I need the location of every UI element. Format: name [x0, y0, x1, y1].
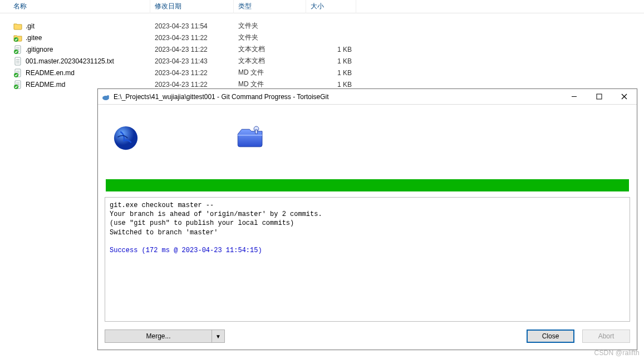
file-row[interactable]: .gitee 2023-04-23 11:22 文件夹	[0, 32, 644, 43]
dialog-title: E:\_Projects\41_wujiajia\gittest001 - Gi…	[114, 93, 562, 101]
watermark: CSDN @ralifth	[594, 349, 640, 357]
minimize-button[interactable]	[562, 89, 587, 105]
close-window-button[interactable]	[612, 89, 637, 105]
git-progress-dialog: E:\_Projects\41_wujiajia\gittest001 - Gi…	[97, 88, 637, 350]
col-header-type[interactable]: 类型	[234, 0, 306, 13]
explorer-panel: 名称 修改日期 类型 大小 .git 2023-04-23 11:54 文件夹 …	[0, 0, 644, 90]
file-row[interactable]: README.en.md 2023-04-23 11:22 MD 文件 1 KB	[0, 67, 644, 78]
file-size: 1 KB	[306, 69, 356, 77]
file-size: 1 KB	[306, 81, 356, 88]
file-name: .gitee	[26, 34, 42, 42]
abort-button: Abort	[582, 330, 630, 343]
file-type: 文本文档	[234, 45, 306, 54]
file-type: 文本文档	[234, 56, 306, 66]
titlebar[interactable]: E:\_Projects\41_wujiajia\gittest001 - Gi…	[98, 89, 637, 105]
file-type: 文件夹	[234, 33, 306, 42]
svg-point-26	[114, 126, 137, 150]
col-header-name[interactable]: 名称	[0, 0, 150, 13]
svg-rect-28	[255, 130, 258, 134]
file-date: 2023-04-23 11:22	[150, 46, 234, 53]
file-icon	[13, 22, 22, 31]
file-row[interactable]: 001.master.202304231125.txt 2023-04-23 1…	[0, 55, 644, 67]
animation-row	[105, 110, 630, 166]
file-date: 2023-04-23 11:43	[150, 57, 234, 65]
file-icon	[13, 45, 22, 54]
file-icon	[13, 68, 22, 77]
file-name: .gitignore	[26, 46, 53, 53]
merge-dropdown-arrow[interactable]: ▼	[212, 330, 224, 342]
file-type: MD 文件	[234, 68, 306, 77]
file-row[interactable]: .gitignore 2023-04-23 11:22 文本文档 1 KB	[0, 43, 644, 55]
file-type: 文件夹	[234, 21, 306, 31]
file-name: 001.master.202304231125.txt	[26, 57, 114, 65]
merge-split-button[interactable]: Merge... ▼	[105, 330, 225, 343]
merge-button[interactable]: Merge...	[105, 330, 212, 342]
close-button[interactable]: Close	[527, 330, 574, 343]
output-log[interactable]: git.exe checkout master -- Your branch i…	[105, 197, 630, 322]
log-line: (use "git push" to publish your local co…	[110, 219, 294, 227]
log-line: Switched to branch 'master'	[110, 229, 218, 237]
svg-point-21	[107, 95, 109, 97]
file-size: 1 KB	[306, 46, 356, 53]
globe-icon	[111, 124, 140, 153]
file-icon	[13, 33, 22, 42]
file-icon	[13, 80, 22, 89]
svg-rect-23	[597, 94, 602, 99]
log-success-line: Success (172 ms @ 2023-04-23 11:54:15)	[110, 247, 262, 254]
file-date: 2023-04-23 11:22	[150, 81, 234, 88]
folder-icon	[235, 124, 266, 153]
file-date: 2023-04-23 11:22	[150, 69, 234, 77]
file-date: 2023-04-23 11:22	[150, 34, 234, 42]
maximize-button[interactable]	[587, 89, 612, 105]
file-name: README.md	[26, 81, 65, 88]
col-header-date[interactable]: 修改日期	[150, 0, 234, 13]
file-icon	[13, 57, 22, 66]
file-list: .git 2023-04-23 11:54 文件夹 .gitee 2023-04…	[0, 13, 644, 90]
file-type: MD 文件	[234, 80, 306, 89]
file-date: 2023-04-23 11:54	[150, 22, 234, 30]
tortoise-icon	[101, 92, 110, 101]
file-size: 1 KB	[306, 57, 356, 65]
file-name: README.en.md	[26, 69, 75, 77]
column-headers: 名称 修改日期 类型 大小	[0, 0, 644, 13]
log-line: Your branch is ahead of 'origin/master' …	[110, 210, 322, 218]
file-name: .git	[26, 22, 35, 30]
file-row[interactable]: .git 2023-04-23 11:54 文件夹	[0, 20, 644, 32]
progress-bar	[106, 179, 629, 191]
col-header-size[interactable]: 大小	[306, 0, 356, 13]
log-line: git.exe checkout master --	[110, 201, 214, 209]
